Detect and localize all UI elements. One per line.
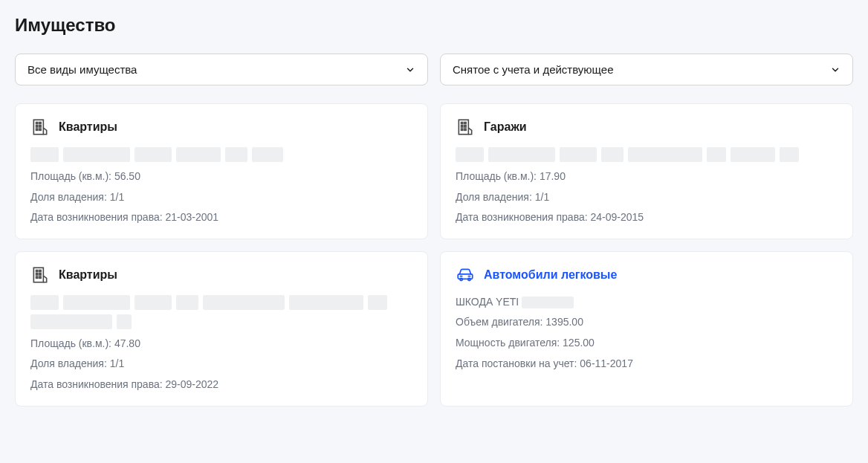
- card-row-share: Доля владения: 1/1: [30, 190, 412, 205]
- card-header: Квартиры: [30, 117, 412, 137]
- car-icon: [456, 265, 475, 285]
- card-row-date: Дата возникновения права: 29-09-2022: [30, 378, 412, 392]
- card-row-area: Площадь (кв.м.): 47.80: [30, 337, 412, 352]
- svg-rect-8: [461, 123, 463, 124]
- svg-rect-6: [39, 129, 41, 130]
- svg-rect-1: [36, 123, 38, 124]
- card-header: Квартиры: [30, 265, 412, 285]
- svg-rect-17: [36, 273, 38, 275]
- card-header: Автомобили легковые: [456, 265, 838, 285]
- card-header: Гаражи: [456, 117, 838, 137]
- card-row-area: Площадь (кв.м.): 56.50: [30, 169, 412, 184]
- filter-property-type[interactable]: Все виды имущества: [15, 54, 428, 85]
- svg-rect-16: [39, 270, 41, 271]
- filter-status[interactable]: Снятое с учета и действующее: [440, 54, 853, 85]
- card-title: Гаражи: [484, 120, 527, 134]
- redacted-address: [30, 295, 412, 329]
- card-row-regdate: Дата постановки на учет: 06-11-2017: [456, 357, 838, 372]
- card-row-engine: Объем двигателя: 1395.00: [456, 315, 838, 330]
- card-row-date: Дата возникновения права: 21-03-2001: [30, 210, 412, 225]
- chevron-down-icon: [830, 65, 841, 75]
- redacted-address: [456, 147, 838, 162]
- svg-rect-12: [461, 129, 463, 130]
- property-card: Автомобили легковые ШКОДА YETI Объем дви…: [440, 251, 853, 407]
- svg-rect-0: [33, 120, 43, 135]
- svg-rect-15: [36, 270, 38, 271]
- svg-rect-19: [36, 276, 38, 278]
- svg-rect-5: [36, 129, 38, 130]
- card-row-share: Доля владения: 1/1: [30, 357, 412, 372]
- redacted-plate: [522, 297, 574, 308]
- filter-type-label: Все виды имущества: [27, 63, 137, 76]
- svg-rect-18: [39, 273, 41, 275]
- card-title: Квартиры: [59, 268, 117, 282]
- redacted-address: [30, 147, 412, 162]
- card-vehicle-name: ШКОДА YETI: [456, 295, 838, 310]
- card-title: Автомобили легковые: [484, 268, 617, 282]
- svg-rect-11: [464, 126, 466, 127]
- svg-rect-4: [39, 126, 41, 127]
- card-row-area: Площадь (кв.м.): 17.90: [456, 169, 838, 184]
- property-card: Квартиры Площадь (кв.м.): 56.50 Доля вла…: [15, 103, 428, 239]
- property-card: Квартиры Площадь (кв.м.): 47.80 Доля вла…: [15, 251, 428, 407]
- svg-rect-3: [36, 126, 38, 127]
- svg-rect-2: [39, 123, 41, 124]
- svg-rect-7: [459, 120, 468, 135]
- filters-row: Все виды имущества Снятое с учета и дейс…: [15, 54, 853, 85]
- card-row-date: Дата возникновения права: 24-09-2015: [456, 210, 838, 225]
- building-icon: [456, 117, 475, 137]
- page-title: Имущество: [15, 15, 853, 36]
- svg-rect-9: [464, 123, 466, 124]
- building-icon: [30, 117, 50, 137]
- building-icon: [30, 265, 50, 285]
- card-title: Квартиры: [59, 120, 117, 134]
- svg-rect-13: [464, 129, 466, 130]
- property-card: Гаражи Площадь (кв.м.): 17.90 Доля владе…: [440, 103, 853, 239]
- svg-rect-20: [39, 276, 41, 278]
- card-row-power: Мощность двигателя: 125.00: [456, 336, 838, 351]
- svg-rect-10: [461, 126, 463, 127]
- svg-rect-14: [33, 268, 43, 282]
- cards-grid: Квартиры Площадь (кв.м.): 56.50 Доля вла…: [15, 103, 853, 407]
- card-row-share: Доля владения: 1/1: [456, 190, 838, 205]
- filter-status-label: Снятое с учета и действующее: [453, 63, 613, 76]
- chevron-down-icon: [405, 65, 415, 75]
